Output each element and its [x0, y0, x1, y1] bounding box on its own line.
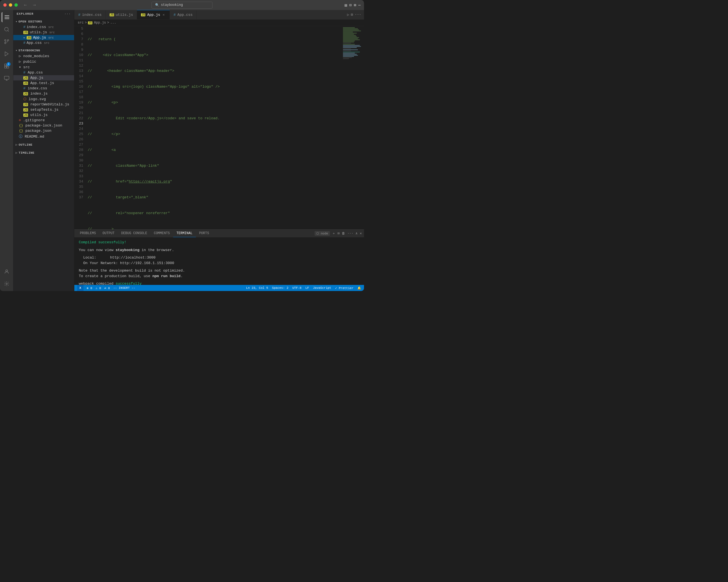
- warnings-count[interactable]: ⚠ 0: [96, 286, 101, 290]
- js-tab-icon: JS: [110, 13, 114, 16]
- tab-close-icon[interactable]: ✕: [162, 12, 165, 17]
- line-num-25: 25: [78, 132, 83, 137]
- report-web-vitals-file[interactable]: JSreportWebVitals.js: [13, 102, 74, 107]
- setup-tests-file[interactable]: JSsetupTests.js: [13, 107, 74, 112]
- collapse-panel-icon[interactable]: ∧: [356, 231, 358, 236]
- utils-js-file[interactable]: JSutils.js: [13, 112, 74, 117]
- code-editor[interactable]: 5 6 7 8 9 10 11 12 13 14 15 16 17 18 19 …: [74, 26, 342, 230]
- fullscreen-button[interactable]: [15, 3, 18, 7]
- account-activity-icon[interactable]: [2, 267, 12, 276]
- open-editor-app-css[interactable]: # App.css src: [13, 40, 74, 46]
- close-button[interactable]: [3, 3, 7, 7]
- search-activity-icon[interactable]: [2, 24, 12, 34]
- language-indicator[interactable]: JavaScript: [313, 286, 331, 290]
- open-editors-header[interactable]: ▾ OPEN EDITORS: [13, 19, 74, 24]
- settings-activity-icon[interactable]: [2, 279, 12, 289]
- more-terminal-icon[interactable]: ···: [347, 232, 354, 236]
- search-bar[interactable]: 🔍 staybooking: [152, 2, 212, 8]
- tab-app-css[interactable]: # App.css: [170, 10, 197, 19]
- panel-tab-output[interactable]: OUTPUT: [99, 230, 118, 237]
- panel-tab-debug-console[interactable]: DEBUG CONSOLE: [118, 230, 151, 237]
- outline-header[interactable]: ▷ OUTLINE: [13, 142, 74, 148]
- file-label: App.css: [27, 41, 42, 45]
- app-js-file[interactable]: JSApp.js: [13, 75, 74, 80]
- spaces-indicator[interactable]: Spaces: 2: [272, 286, 288, 290]
- line-num-5: 5: [78, 26, 83, 31]
- file-label: App.js: [33, 35, 46, 40]
- app-test-js-file[interactable]: JSApp.test.js: [13, 80, 74, 86]
- package-lock-file[interactable]: {}package-lock.json: [13, 123, 74, 128]
- file-label: package-lock.json: [26, 124, 62, 128]
- back-button[interactable]: ←: [22, 2, 29, 8]
- src-folder[interactable]: ▾src: [13, 64, 74, 70]
- panel-tab-problems[interactable]: PROBLEMS: [77, 230, 99, 237]
- split-terminal-icon[interactable]: ⊟: [338, 231, 340, 236]
- file-label: index.js: [30, 91, 48, 96]
- index-css-file[interactable]: #index.css: [13, 86, 74, 91]
- node-modules-folder[interactable]: ▷node_modules: [13, 53, 74, 59]
- add-terminal-icon[interactable]: ＋: [332, 231, 335, 236]
- gitignore-file[interactable]: ⊙.gitignore: [13, 117, 74, 123]
- tab-app-js[interactable]: JS App.js ✕: [137, 10, 170, 20]
- network-label: On Your Network:: [83, 261, 118, 265]
- forward-button[interactable]: →: [31, 2, 38, 8]
- open-editor-utils-js[interactable]: JS utils.js src: [13, 30, 74, 35]
- layout-icon-1[interactable]: ▤: [344, 3, 347, 7]
- editor-area: # index.css JS utils.js JS App.js ✕ # Ap…: [74, 10, 364, 291]
- public-folder[interactable]: ▷public: [13, 59, 74, 64]
- line-ending-indicator[interactable]: LF: [306, 286, 309, 290]
- layout-icon-4[interactable]: ⋯: [359, 3, 361, 7]
- more-actions-icon[interactable]: ···: [355, 12, 361, 17]
- index-js-file[interactable]: JSindex.js: [13, 91, 74, 96]
- file-path: src: [44, 41, 49, 45]
- code-line-16: // rel="noopener noreferrer": [88, 211, 340, 216]
- errors-count[interactable]: ⊗ 0: [87, 286, 93, 290]
- panel-tab-ports[interactable]: PORTS: [196, 230, 212, 237]
- terminal-content[interactable]: Compiled successfully! You can now view …: [74, 237, 364, 285]
- encoding-indicator[interactable]: UTF-8: [292, 286, 302, 290]
- code-line-13: // className="App-link": [88, 163, 340, 168]
- branch-icon[interactable]: X: [77, 285, 83, 291]
- logo-svg-file[interactable]: ⬡logo.svg: [13, 96, 74, 102]
- layout-icon-2[interactable]: ⊟: [349, 3, 352, 7]
- readme-file[interactable]: ⓘREADME.md: [13, 133, 74, 139]
- run-icon[interactable]: ▷: [347, 12, 349, 17]
- code-area: 5 6 7 8 9 10 11 12 13 14 15 16 17 18 19 …: [74, 26, 364, 230]
- timeline-header[interactable]: ▷ TIMELINE: [13, 150, 74, 156]
- outline-label: OUTLINE: [19, 143, 32, 147]
- panel-tab-comments[interactable]: COMMENTS: [150, 230, 173, 237]
- minimize-button[interactable]: [9, 3, 12, 7]
- title-bar: ← → 🔍 staybooking ▤ ⊟ ⊞ ⋯: [0, 0, 364, 10]
- split-editor-icon[interactable]: ⊟: [351, 12, 353, 17]
- app-css-file[interactable]: #App.css: [13, 70, 74, 75]
- code-content[interactable]: // return ( // <div className="App"> // …: [85, 26, 342, 230]
- line-num-16: 16: [78, 84, 83, 89]
- explorer-menu-icon[interactable]: ···: [64, 12, 71, 16]
- staybooking-header[interactable]: ▾ STAYBOOKING: [13, 48, 74, 53]
- source-control-activity-icon[interactable]: [2, 36, 12, 47]
- tab-utils-js[interactable]: JS utils.js: [106, 10, 137, 19]
- open-editor-index-css[interactable]: # index.css src: [13, 24, 74, 30]
- remote-activity-icon[interactable]: [2, 73, 12, 83]
- remotes-count[interactable]: ⇌ 0: [104, 286, 110, 290]
- open-editor-app-js[interactable]: ✕ JS App.js src: [13, 35, 74, 40]
- file-label: package.json: [26, 129, 52, 133]
- delete-terminal-icon[interactable]: 🗑: [342, 231, 345, 236]
- css-file-icon: #: [23, 25, 26, 29]
- staybooking-label: STAYBOOKING: [19, 49, 40, 52]
- line-num-20: 20: [78, 105, 83, 110]
- notifications-icon[interactable]: 🔔: [357, 286, 361, 290]
- package-json-file[interactable]: {}package.json: [13, 128, 74, 133]
- layout-icon-3[interactable]: ⊞: [354, 3, 356, 7]
- folder-arrow: ▾: [19, 65, 21, 69]
- extensions-activity-icon[interactable]: 1: [2, 61, 12, 71]
- explorer-activity-icon[interactable]: [2, 12, 12, 22]
- cursor-position[interactable]: Ln 23, Col 5: [246, 286, 268, 290]
- tab-index-css[interactable]: # index.css: [74, 10, 106, 19]
- panel-tab-terminal[interactable]: TERMINAL: [173, 230, 196, 237]
- prettier-indicator[interactable]: ✓ Prettier: [335, 286, 354, 290]
- close-icon[interactable]: ✕: [23, 36, 25, 39]
- line-num-23: 23: [78, 121, 83, 126]
- close-panel-icon[interactable]: ✕: [360, 231, 362, 236]
- run-debug-activity-icon[interactable]: [2, 49, 12, 59]
